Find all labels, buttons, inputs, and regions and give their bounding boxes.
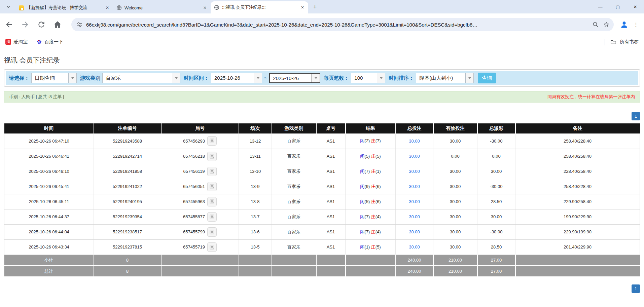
subtotal-payout: 27.00 xyxy=(477,255,515,266)
tab-title: 【新提醒】海燕论坛 - 博学交流 xyxy=(27,5,104,11)
zoom-level-icon[interactable] xyxy=(592,21,599,28)
round-id: 657455799 xyxy=(183,229,205,234)
video-replay-button[interactable] xyxy=(207,197,217,206)
url-text[interactable]: 66cxkj98.com/game/betrecord_search/kind3… xyxy=(86,22,588,28)
payout: 28.50 xyxy=(477,194,515,209)
tab-close-icon[interactable]: ✕ xyxy=(202,5,208,11)
bet-time: 2025-10-26 06:46:10 xyxy=(4,164,94,179)
total-bet-link[interactable]: 30.00 xyxy=(409,229,420,234)
browser-tab-forum[interactable]: 【新提醒】海燕论坛 - 博学交流 ✕ xyxy=(15,2,113,13)
dropdown-arrow-icon[interactable] xyxy=(172,73,180,83)
all-bookmarks-button[interactable]: 所有书签 xyxy=(605,39,639,45)
session: 13-11 xyxy=(239,149,272,164)
browser-tab-betrecord-active[interactable]: :::视讯 会员下注纪录::: ✕ xyxy=(211,1,308,13)
film-icon xyxy=(209,214,215,220)
pagination-page-1[interactable]: 1 xyxy=(632,112,640,120)
sort-select[interactable]: 降幂(由大到小) xyxy=(416,73,474,83)
dropdown-arrow-icon[interactable] xyxy=(377,73,385,83)
forward-icon[interactable] xyxy=(21,20,30,29)
window-minimize-button[interactable]: — xyxy=(592,0,609,13)
video-replay-button[interactable] xyxy=(207,167,217,176)
video-replay-button[interactable] xyxy=(207,182,217,191)
round-id: 657456051 xyxy=(183,184,205,189)
profile-avatar-icon[interactable] xyxy=(620,20,629,29)
dropdown-arrow-icon[interactable] xyxy=(312,74,320,82)
browser-menu-icon[interactable]: ⋮ xyxy=(633,21,639,29)
window-maximize-button[interactable]: ▢ xyxy=(609,0,627,13)
video-replay-button[interactable] xyxy=(207,212,217,222)
bookmarks-bar: 淘 爱淘宝 百度一下 所有书签 xyxy=(0,36,644,48)
total-bet-cell: 30.00 xyxy=(396,133,433,149)
player-score: (5) xyxy=(364,199,370,204)
bet-id: 522919238517 xyxy=(94,224,161,239)
query-type-select[interactable]: 日期查询 xyxy=(31,73,77,83)
total-bet-link[interactable]: 30.00 xyxy=(409,244,420,250)
bet-time: 2025-10-26 06:46:41 xyxy=(4,149,94,164)
bookmark-taobao[interactable]: 淘 爱淘宝 xyxy=(5,39,28,45)
player-score: (7) xyxy=(364,169,370,174)
bet-record-row: 2025-10-26 06:43:34 522919237815 6574557… xyxy=(4,239,640,255)
tab-search-button[interactable] xyxy=(3,2,13,11)
banker-score: (5) xyxy=(375,244,381,250)
total-count: 8 xyxy=(94,266,161,277)
valid-bet: 30.00 xyxy=(433,179,477,194)
bet-id: 522919241858 xyxy=(94,164,161,179)
date-end-select[interactable]: 2025-10-26 xyxy=(269,73,320,83)
total-bet-link[interactable]: 30.00 xyxy=(409,214,420,219)
sort-label: 时间排序： xyxy=(389,75,414,81)
game-type: 百家乐 xyxy=(272,164,316,179)
page-title: 视讯 会员下注纪录 xyxy=(0,48,644,65)
bookmark-baidu[interactable]: 百度一下 xyxy=(36,39,63,45)
total-bet-link[interactable]: 30.00 xyxy=(409,199,420,204)
video-replay-button[interactable] xyxy=(207,242,217,252)
film-icon xyxy=(209,229,215,235)
back-icon[interactable] xyxy=(5,20,13,29)
round-id-cell: 657455719 xyxy=(161,239,239,255)
bet-time: 2025-10-26 06:43:34 xyxy=(4,239,94,255)
result-cell: 闲(5) 庄(5) xyxy=(346,149,396,164)
dropdown-arrow-icon[interactable] xyxy=(465,73,473,83)
session: 13-10 xyxy=(239,164,272,179)
game-type-select[interactable]: 百家乐 xyxy=(102,73,180,83)
new-tab-button[interactable]: + xyxy=(310,2,320,12)
dropdown-arrow-icon[interactable] xyxy=(254,73,262,83)
round-id: 657456119 xyxy=(183,169,205,174)
window-close-button[interactable]: ✕ xyxy=(627,0,644,13)
tab-close-icon[interactable]: ✕ xyxy=(299,4,306,10)
site-info-icon[interactable] xyxy=(76,21,83,28)
bookmark-star-icon[interactable] xyxy=(603,21,610,28)
game-type: 百家乐 xyxy=(272,149,316,164)
video-replay-button[interactable] xyxy=(207,136,217,146)
search-button[interactable]: 查询 xyxy=(478,73,496,83)
video-replay-button[interactable] xyxy=(207,152,217,161)
bet-record-row: 2025-10-26 06:45:41 522919241022 6574560… xyxy=(4,179,640,194)
page-size-value: 100 xyxy=(351,73,377,83)
banker-label: 庄 xyxy=(371,199,375,204)
total-bet-link[interactable]: 30.00 xyxy=(409,154,420,159)
page-size-select[interactable]: 100 xyxy=(351,73,385,83)
tab-close-icon[interactable]: ✕ xyxy=(104,5,110,11)
total-empty xyxy=(346,266,396,277)
total-payout: 27.00 xyxy=(477,266,515,277)
table-no: AS1 xyxy=(316,224,346,239)
total-bet-link[interactable]: 30.00 xyxy=(409,184,420,189)
total-bet-link[interactable]: 30.00 xyxy=(409,139,420,144)
game-type: 百家乐 xyxy=(272,239,316,255)
remark: 201.40/229.90 xyxy=(515,239,640,255)
browser-tab-welcome[interactable]: Welcome ✕ xyxy=(113,2,211,13)
date-start-select[interactable]: 2025-10-26 xyxy=(211,73,262,83)
total-empty xyxy=(161,266,239,277)
banker-score: (6) xyxy=(375,184,381,189)
subtotal-empty xyxy=(272,255,316,266)
reload-icon[interactable] xyxy=(37,20,46,29)
pagination-page-1[interactable]: 1 xyxy=(632,284,640,293)
home-icon[interactable] xyxy=(53,20,62,29)
browser-toolbar: 66cxkj98.com/game/betrecord_search/kind3… xyxy=(0,13,644,36)
bet-id: 522919241022 xyxy=(94,179,161,194)
total-bet-link[interactable]: 30.00 xyxy=(409,169,420,174)
video-replay-button[interactable] xyxy=(207,227,217,237)
col-header-game-type: 游戏类别 xyxy=(272,123,316,133)
dropdown-arrow-icon[interactable] xyxy=(68,73,76,83)
url-bar[interactable]: 66cxkj98.com/game/betrecord_search/kind3… xyxy=(71,18,614,31)
subtotal-empty xyxy=(346,255,396,266)
